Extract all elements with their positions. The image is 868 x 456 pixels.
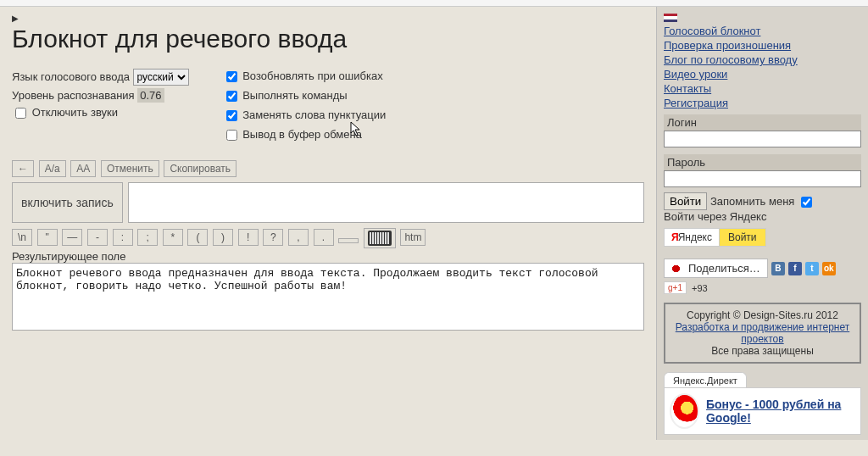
nav-contacts[interactable]: Контакты	[664, 82, 861, 95]
keyboard-icon-button[interactable]	[364, 228, 396, 248]
htm-button[interactable]: htm	[400, 229, 426, 246]
browser-chrome-bar	[0, 0, 868, 7]
remember-me-label: Запомнить меня	[710, 195, 794, 208]
language-select[interactable]: русский	[133, 69, 189, 86]
sym-question-button[interactable]: ?	[263, 229, 283, 246]
nav-voice-notepad[interactable]: Голосовой блокнот	[664, 25, 861, 37]
facebook-icon[interactable]: f	[788, 262, 802, 275]
nav-pronunciation[interactable]: Проверка произношения	[664, 39, 861, 52]
yandex-enter-text: Войти	[719, 229, 765, 246]
disclosure-triangle-icon[interactable]: ▶	[12, 14, 644, 23]
page-title: Блокнот для речевого ввода	[12, 25, 644, 53]
google-plus-count: +93	[692, 283, 708, 293]
keyboard-icon	[368, 231, 392, 246]
share-button[interactable]: Поделиться…	[664, 259, 768, 278]
nav-videos[interactable]: Видео уроки	[664, 68, 861, 81]
speaker-icon	[671, 263, 683, 275]
copyright-line3: Все права защищены	[670, 345, 854, 357]
cursor-icon	[350, 121, 362, 138]
toggle-case-button[interactable]: А/а	[39, 160, 66, 177]
copyright-line1: Copyright © Design-Sites.ru 2012	[670, 309, 854, 321]
login-input[interactable]	[664, 131, 861, 147]
clipboard-checkbox[interactable]	[226, 130, 237, 141]
ad-target-icon	[670, 393, 699, 429]
resume-errors-label: Возобновлять при ошибках	[242, 70, 382, 82]
copy-button[interactable]: Скопировать	[164, 160, 236, 177]
resume-errors-option[interactable]: Возобновлять при ошибках	[223, 70, 383, 82]
password-label: Пароль	[664, 154, 861, 170]
start-recording-button[interactable]: включить запись	[12, 182, 123, 223]
recognition-value: 0.76	[137, 88, 164, 103]
yandex-direct-widget: Яндекс.Директ Бонус - 1000 рублей на Goo…	[664, 372, 861, 435]
recognition-label: Уровень распознавания	[12, 89, 135, 102]
ad-link[interactable]: Бонус - 1000 рублей на Google!	[706, 398, 855, 425]
symbol-toolbar: \n " — - : ; * ( ) ! ? , . htm	[12, 228, 644, 248]
edit-toolbar: ← А/а АА Отменить Скопировать	[12, 160, 644, 177]
sym-rparen-button[interactable]: )	[213, 229, 233, 246]
yandex-login-button[interactable]: ЯЯндекс Войти	[664, 228, 766, 247]
mute-sounds-label: Отключить звуки	[32, 106, 118, 119]
twitter-icon[interactable]: t	[805, 262, 819, 275]
share-label: Поделиться…	[688, 262, 760, 275]
run-commands-option[interactable]: Выполнять команды	[223, 89, 348, 102]
nav-links: Голосовой блокнот Проверка произношения …	[664, 25, 861, 109]
google-plus-button[interactable]: g+1	[664, 281, 687, 294]
sym-semicolon-button[interactable]: ;	[137, 229, 158, 246]
vk-icon[interactable]: B	[771, 262, 785, 275]
nav-blog[interactable]: Блог по голосовому вводу	[664, 53, 861, 66]
nav-register[interactable]: Регистрация	[664, 97, 861, 109]
login-button[interactable]: Войти	[664, 192, 707, 210]
ad-box[interactable]: Бонус - 1000 рублей на Google!	[664, 387, 861, 435]
run-commands-label: Выполнять команды	[242, 89, 347, 102]
copyright-box: Copyright © Design-Sites.ru 2012 Разрабо…	[664, 303, 861, 364]
replace-punct-label: Заменять слова пунктуации	[242, 108, 386, 121]
sym-lparen-button[interactable]: (	[187, 229, 208, 246]
sym-newline-button[interactable]: \n	[12, 229, 32, 246]
yandex-via-label: Войти через Яндекс	[664, 210, 861, 223]
flag-icon[interactable]	[664, 14, 677, 22]
yandex-direct-tab[interactable]: Яндекс.Директ	[664, 372, 747, 387]
sym-colon-button[interactable]: :	[113, 229, 133, 246]
replace-punct-option[interactable]: Заменять слова пунктуации	[223, 108, 387, 121]
clipboard-option[interactable]: Вывод в буфер обмена	[223, 128, 362, 141]
lang-label: Язык голосового ввода	[12, 70, 130, 83]
sym-comma-button[interactable]: ,	[288, 229, 309, 246]
copyright-link[interactable]: Разработка и продвижение интернет проект…	[676, 321, 849, 345]
resume-errors-checkbox[interactable]	[226, 71, 237, 82]
remember-me-checkbox[interactable]	[801, 197, 812, 208]
login-label: Логин	[664, 114, 861, 131]
back-button[interactable]: ←	[12, 160, 34, 177]
sym-blank-button[interactable]	[338, 238, 359, 243]
upper-case-button[interactable]: АА	[70, 160, 96, 177]
result-textarea[interactable]	[12, 263, 644, 331]
password-input[interactable]	[664, 170, 861, 187]
yandex-brand-text: Яндекс	[678, 231, 712, 243]
sidebar: Голосовой блокнот Проверка произношения …	[656, 7, 868, 440]
result-field-label: Результирующее поле	[12, 250, 644, 263]
main-content: ▶ Блокнот для речевого ввода Язык голосо…	[0, 7, 656, 440]
sym-dash-button[interactable]: -	[87, 229, 108, 246]
sym-asterisk-button[interactable]: *	[163, 229, 183, 246]
interim-input[interactable]	[128, 182, 644, 223]
sym-period-button[interactable]: .	[314, 229, 334, 246]
sym-excl-button[interactable]: !	[238, 229, 259, 246]
odnoklassniki-icon[interactable]: ok	[822, 262, 836, 275]
sym-emdash-button[interactable]: —	[62, 229, 82, 246]
clipboard-label: Вывод в буфер обмена	[242, 128, 362, 141]
replace-punct-checkbox[interactable]	[226, 110, 237, 121]
run-commands-checkbox[interactable]	[226, 91, 237, 102]
mute-sounds-option[interactable]: Отключить звуки	[12, 106, 118, 119]
undo-button[interactable]: Отменить	[101, 160, 159, 177]
mute-sounds-checkbox[interactable]	[15, 108, 26, 119]
sym-quote-button[interactable]: "	[37, 229, 58, 246]
